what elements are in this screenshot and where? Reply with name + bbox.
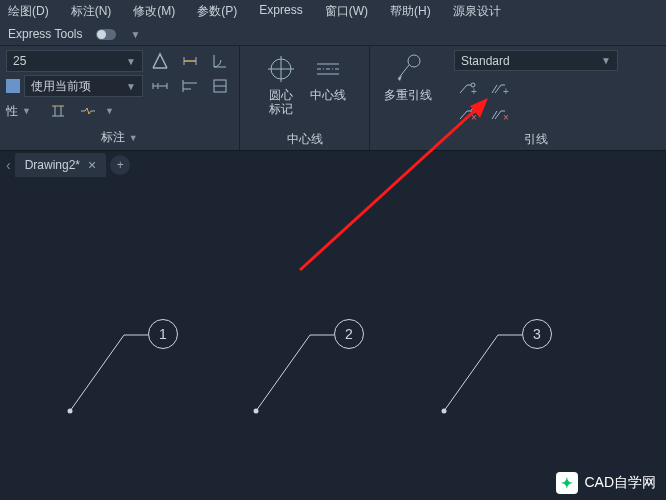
menu-express[interactable]: Express bbox=[259, 3, 302, 20]
dim-linear-icon[interactable] bbox=[177, 50, 203, 72]
center-mark-icon bbox=[264, 52, 298, 86]
chevron-down-icon: ▼ bbox=[126, 56, 136, 67]
layer-toggle[interactable] bbox=[96, 29, 116, 40]
balloon-2: 2 bbox=[334, 319, 364, 349]
menu-bar: 绘图(D) 标注(N) 修改(M) 参数(P) Express 窗口(W) 帮助… bbox=[0, 0, 666, 23]
drawing-canvas[interactable]: 1 2 3 bbox=[0, 179, 666, 500]
leader-style-combo[interactable]: Standard ▼ bbox=[454, 50, 618, 71]
svg-line-41 bbox=[444, 335, 498, 411]
menu-draw[interactable]: 绘图(D) bbox=[8, 3, 49, 20]
multileader-icon bbox=[391, 52, 425, 86]
menu-dimension[interactable]: 标注(N) bbox=[71, 3, 112, 20]
dim-continue-icon[interactable] bbox=[147, 75, 173, 97]
svg-text:×: × bbox=[471, 112, 477, 123]
menu-param[interactable]: 参数(P) bbox=[197, 3, 237, 20]
wechat-icon: ✦ bbox=[556, 472, 578, 494]
chevron-down-icon: ▼ bbox=[126, 81, 136, 92]
use-current-label: 使用当前项 bbox=[31, 78, 91, 95]
multileader-button-panel: 多重引线 bbox=[370, 46, 446, 150]
menu-yuanquan[interactable]: 源泉设计 bbox=[453, 3, 501, 20]
dim-override-icon[interactable] bbox=[45, 100, 71, 122]
document-tabs: ‹ Drawing2* × + bbox=[0, 151, 666, 179]
dim-break-icon[interactable] bbox=[75, 100, 101, 122]
close-icon[interactable]: × bbox=[88, 157, 96, 173]
multileader-button[interactable]: 多重引线 bbox=[384, 52, 432, 102]
chevron-down-icon: ▼ bbox=[601, 55, 611, 66]
new-tab-button[interactable]: + bbox=[110, 155, 130, 175]
menu-help[interactable]: 帮助(H) bbox=[390, 3, 431, 20]
balloon-3: 3 bbox=[522, 319, 552, 349]
centerline-panel-label: 中心线 bbox=[287, 129, 323, 148]
chevron-down-icon[interactable]: ▼ bbox=[105, 106, 114, 116]
dim-update-icon[interactable] bbox=[147, 50, 173, 72]
dim-angular-icon[interactable] bbox=[207, 50, 233, 72]
svg-line-35 bbox=[70, 335, 124, 411]
svg-text:×: × bbox=[503, 112, 509, 123]
leader-panel-label: 引线 bbox=[454, 129, 618, 148]
ribbon: 25 ▼ 使用当前项 ▼ bbox=[0, 46, 666, 151]
sub-bar: Express Tools ▼ bbox=[0, 23, 666, 46]
leader-collect-remove-icon[interactable]: × bbox=[486, 103, 512, 125]
watermark-text: CAD自学网 bbox=[584, 474, 656, 492]
multileader-label: 多重引线 bbox=[384, 88, 432, 102]
leader-remove-icon[interactable]: × bbox=[454, 103, 480, 125]
dim-style-value: 25 bbox=[13, 54, 26, 68]
center-mark-label: 圆心 标记 bbox=[269, 88, 293, 117]
balloon-1: 1 bbox=[148, 319, 178, 349]
svg-line-27 bbox=[398, 65, 409, 79]
menu-window[interactable]: 窗口(W) bbox=[325, 3, 368, 20]
centerline-panel: 圆心 标记 中心线 中心线 bbox=[240, 46, 370, 150]
dim-style-combo[interactable]: 25 ▼ bbox=[6, 50, 143, 72]
use-current-combo[interactable]: 使用当前项 ▼ bbox=[24, 75, 143, 97]
leader-panel: Standard ▼ + + × × 引线 bbox=[446, 46, 626, 150]
centerline-icon bbox=[311, 52, 345, 86]
tab-label: Drawing2* bbox=[25, 158, 80, 172]
svg-text:+: + bbox=[503, 86, 509, 97]
leader-align-add-icon[interactable]: + bbox=[486, 77, 512, 99]
svg-text:+: + bbox=[471, 86, 477, 97]
svg-point-40 bbox=[254, 409, 259, 414]
leader-style-value: Standard bbox=[461, 54, 510, 68]
dimension-panel-label: 标注 ▼ bbox=[6, 127, 233, 146]
dimension-panel: 25 ▼ 使用当前项 ▼ bbox=[0, 46, 240, 150]
svg-point-43 bbox=[442, 409, 447, 414]
chevron-down-icon[interactable]: ▼ bbox=[22, 106, 31, 116]
layer-color-icon bbox=[6, 79, 20, 93]
watermark: ✦ CAD自学网 bbox=[556, 472, 656, 494]
properties-label: 性 bbox=[6, 103, 18, 120]
tab-drawing2[interactable]: Drawing2* × bbox=[15, 153, 107, 177]
dim-quick-icon[interactable] bbox=[207, 75, 233, 97]
dim-baseline-icon[interactable] bbox=[177, 75, 203, 97]
svg-line-38 bbox=[256, 335, 310, 411]
svg-point-37 bbox=[68, 409, 73, 414]
express-tools-tab[interactable]: Express Tools bbox=[8, 27, 82, 41]
chevron-down-icon[interactable]: ▼ bbox=[130, 29, 140, 40]
centerline-button[interactable]: 中心线 bbox=[310, 52, 346, 117]
leader-add-icon[interactable]: + bbox=[454, 77, 480, 99]
tab-scroll-left[interactable]: ‹ bbox=[6, 157, 11, 173]
center-mark-button[interactable]: 圆心 标记 bbox=[264, 52, 298, 117]
svg-point-26 bbox=[408, 55, 420, 67]
centerline-label: 中心线 bbox=[310, 88, 346, 102]
menu-modify[interactable]: 修改(M) bbox=[133, 3, 175, 20]
